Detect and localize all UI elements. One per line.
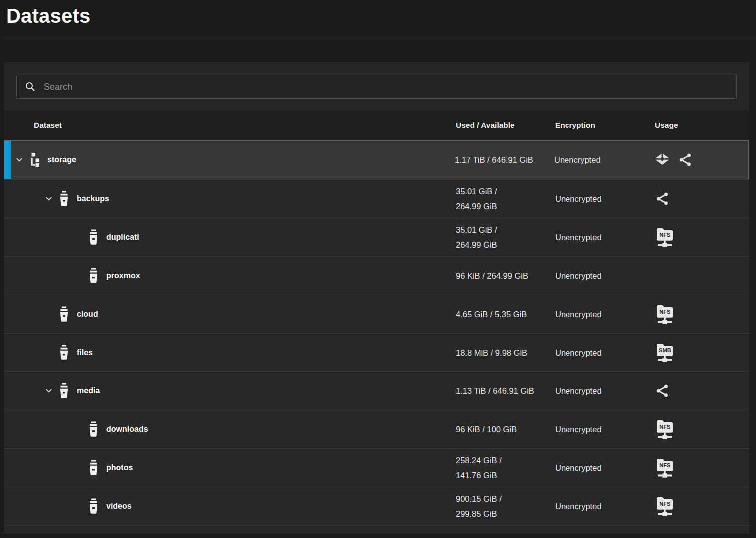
svg-text:NFS: NFS <box>659 462 671 468</box>
encryption-status: Unencrypted <box>551 502 651 511</box>
dataset-row[interactable]: duplicati 35.01 GiB / 264.99 GiB Unencry… <box>4 218 749 256</box>
nfs-share-icon[interactable]: NFS <box>655 226 675 248</box>
page-title: Datasets <box>6 5 756 27</box>
dataset-name: downloads <box>106 425 148 434</box>
encryption-status: Unencrypted <box>551 425 651 434</box>
search-box[interactable] <box>16 75 737 99</box>
usage-cell: NFS <box>651 303 749 325</box>
used-available: 35.01 GiB / 264.99 GiB <box>452 222 551 252</box>
datasets-card: Dataset Used / Available Encryption Usag… <box>4 62 749 534</box>
page-header: Datasets <box>0 0 756 27</box>
svg-text:NFS: NFS <box>659 424 671 430</box>
used-available: 1.13 TiB / 646.91 GiB <box>452 383 551 398</box>
tree-cell: cloud <box>4 306 452 322</box>
tree-cell: files <box>4 345 452 360</box>
usage-cell: NFS <box>651 495 749 517</box>
dataset-row[interactable]: media 1.13 TiB / 646.91 GiB Unencrypted <box>4 371 749 410</box>
dataset-name: storage <box>47 155 76 164</box>
usage-cell: NFS <box>651 418 749 440</box>
encryption-status: Unencrypted <box>551 463 651 473</box>
share-icon[interactable] <box>655 383 670 398</box>
usage-cell: SMB <box>651 342 749 363</box>
used-available: 258.24 GiB / 141.76 GiB <box>452 453 551 483</box>
dataset-name: proxmox <box>106 271 140 280</box>
dataset-name: videos <box>106 502 132 511</box>
share-icon[interactable] <box>655 191 670 206</box>
used-available: 4.65 GiB / 5.35 GiB <box>452 307 551 322</box>
dataset-row[interactable]: proxmox 96 KiB / 264.99 GiB Unencrypted <box>4 256 749 295</box>
tree-cell: downloads <box>4 421 452 437</box>
encryption-status: Unencrypted <box>551 233 651 242</box>
tree-cell: videos <box>4 498 452 514</box>
used-available: 96 KiB / 100 GiB <box>452 422 551 437</box>
column-header-encryption: Encryption <box>551 121 651 130</box>
apps-icon[interactable] <box>654 153 671 167</box>
dataset-row[interactable]: downloads 96 KiB / 100 GiB Unencrypted N… <box>4 410 749 448</box>
encryption-status: Unencrypted <box>551 271 651 281</box>
dataset-icon <box>57 191 71 207</box>
dataset-name: photos <box>106 463 133 472</box>
encryption-status: Unencrypted <box>551 348 651 358</box>
dataset-row-partial <box>4 525 749 534</box>
nfs-share-icon[interactable]: NFS <box>655 303 675 325</box>
usage-cell <box>650 152 748 167</box>
encryption-status: Unencrypted <box>551 310 651 319</box>
tree-cell: photos <box>4 460 452 476</box>
tree-cell: proxmox <box>4 268 452 284</box>
svg-text:NFS: NFS <box>659 501 671 507</box>
dataset-name: backups <box>77 194 109 203</box>
dataset-icon <box>57 345 71 360</box>
smb-share-icon[interactable]: SMB <box>655 342 675 363</box>
encryption-status: Unencrypted <box>551 194 651 204</box>
chevron-down-icon[interactable] <box>43 385 54 397</box>
column-header-usage: Usage <box>651 121 749 130</box>
search-icon <box>24 81 36 93</box>
column-header-used-available: Used / Available <box>452 121 551 130</box>
dataset-name: duplicati <box>106 233 139 242</box>
dataset-icon <box>57 383 71 399</box>
svg-text:SMB: SMB <box>659 347 671 353</box>
svg-text:NFS: NFS <box>659 232 671 238</box>
usage-cell: NFS <box>651 226 749 248</box>
dataset-row[interactable]: files 18.8 MiB / 9.98 GiB Unencrypted SM… <box>4 333 749 371</box>
used-available: 96 KiB / 264.99 GiB <box>452 268 551 283</box>
dataset-icon <box>87 460 100 476</box>
dataset-icon <box>57 306 71 322</box>
dataset-name: cloud <box>77 310 98 319</box>
dataset-icon <box>87 421 100 437</box>
tree-cell: media <box>4 383 452 399</box>
column-header-dataset: Dataset <box>4 121 452 130</box>
chevron-down-icon[interactable] <box>14 154 25 166</box>
usage-cell <box>651 191 749 206</box>
share-icon[interactable] <box>678 152 693 167</box>
used-available: 900.15 GiB / 299.85 GiB <box>452 491 551 521</box>
tree-cell: backups <box>4 191 452 207</box>
encryption-status: Unencrypted <box>551 386 651 396</box>
dataset-row[interactable]: videos 900.15 GiB / 299.85 GiB Unencrypt… <box>4 487 749 525</box>
dataset-row[interactable]: cloud 4.65 GiB / 5.35 GiB Unencrypted NF… <box>4 295 749 333</box>
search-input[interactable] <box>44 82 729 92</box>
nfs-share-icon[interactable]: NFS <box>655 418 675 440</box>
chevron-down-icon[interactable] <box>43 193 54 205</box>
dataset-icon <box>87 498 100 514</box>
table-header: Dataset Used / Available Encryption Usag… <box>4 111 749 140</box>
search-section <box>4 62 749 111</box>
svg-text:NFS: NFS <box>659 309 671 315</box>
dataset-row[interactable]: backups 35.01 GiB / 264.99 GiB Unencrypt… <box>4 179 749 218</box>
header-divider <box>4 37 756 37</box>
dataset-icon <box>87 268 100 284</box>
encryption-status: Unencrypted <box>550 155 650 165</box>
nfs-share-icon[interactable]: NFS <box>655 495 675 517</box>
table-body: storage 1.17 TiB / 646.91 GiB Unencrypte… <box>4 140 749 534</box>
usage-cell: NFS <box>651 457 749 479</box>
nfs-share-icon[interactable]: NFS <box>655 457 675 479</box>
used-available: 35.01 GiB / 264.99 GiB <box>452 184 551 214</box>
tree-cell: storage <box>4 153 451 167</box>
dataset-row[interactable]: storage 1.17 TiB / 646.91 GiB Unencrypte… <box>4 140 749 179</box>
dataset-icon <box>87 229 100 245</box>
used-available: 18.8 MiB / 9.98 GiB <box>452 345 551 360</box>
dataset-tree-icon <box>28 153 41 167</box>
dataset-name: media <box>77 386 100 395</box>
tree-cell: duplicati <box>4 229 452 245</box>
dataset-row[interactable]: photos 258.24 GiB / 141.76 GiB Unencrypt… <box>4 448 749 487</box>
